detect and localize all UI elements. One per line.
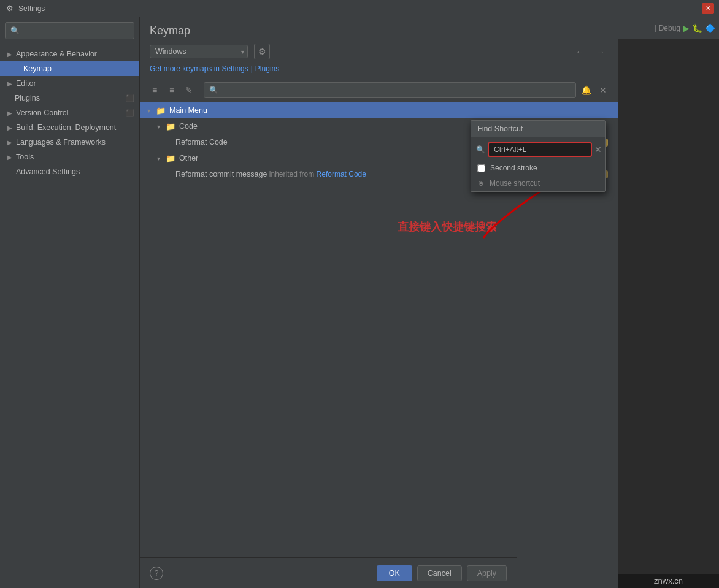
right-panel-toolbar: | Debug ▶ 🐛 🔷 bbox=[618, 17, 719, 39]
notification-button[interactable]: 🔔 bbox=[579, 83, 593, 97]
expand-icon: ▾ bbox=[157, 123, 166, 130]
folder-icon: 📁 bbox=[166, 122, 175, 131]
tree-search-box[interactable]: 🔍 bbox=[204, 82, 576, 98]
sidebar-item-label: Appearance & Behavior bbox=[16, 50, 97, 58]
debug-label: | Debug bbox=[655, 24, 680, 32]
bottom-bar: ? OK Cancel Apply bbox=[140, 557, 517, 588]
title-bar: ⚙ Settings ✕ bbox=[0, 0, 719, 17]
ok-button[interactable]: OK bbox=[377, 565, 412, 581]
search-icon: 🔍 bbox=[476, 145, 485, 154]
sidebar-item-label: Languages & Frameworks bbox=[16, 138, 106, 147]
sidebar-item-label: Tools bbox=[16, 153, 34, 161]
sidebar-item-advanced[interactable]: Advanced Settings bbox=[0, 164, 139, 179]
expand-icon: ▶ bbox=[7, 110, 13, 116]
folder-icon: 📁 bbox=[156, 106, 166, 115]
watermark: znwx.cn bbox=[618, 574, 719, 588]
run-icon[interactable]: ▶ bbox=[683, 23, 690, 33]
sidebar-item-version-control[interactable]: ▶ Version Control ⬛ bbox=[0, 105, 139, 120]
expand-icon: ▶ bbox=[7, 139, 13, 146]
window-title: Settings bbox=[18, 4, 698, 13]
sidebar-item-label: Editor bbox=[16, 79, 36, 88]
coverage-icon[interactable]: 🔷 bbox=[705, 23, 715, 33]
find-shortcut-input-row: 🔍 ✕ bbox=[471, 137, 605, 161]
clear-shortcut-button[interactable]: ✕ bbox=[594, 143, 602, 156]
search-icon: 🔍 bbox=[10, 26, 20, 35]
sidebar-item-plugins[interactable]: Plugins ⬛ bbox=[0, 91, 139, 105]
apply-button[interactable]: Apply bbox=[467, 565, 507, 581]
mouse-shortcut-option[interactable]: 🖱 Mouse shortcut bbox=[471, 175, 605, 191]
help-button[interactable]: ? bbox=[150, 567, 163, 580]
sidebar-item-label: Build, Execution, Deployment bbox=[16, 123, 116, 132]
keymap-controls: Windows Mac OS X Linux ▾ ⚙ ← → bbox=[150, 44, 608, 59]
expand-icon: ▾ bbox=[147, 107, 156, 114]
find-shortcut-title: Find Shortcut bbox=[471, 121, 605, 137]
content-header: Keymap Windows Mac OS X Linux ▾ ⚙ ← → Ge… bbox=[140, 17, 618, 78]
get-more-link[interactable]: Get more keymaps in Settings bbox=[150, 64, 248, 73]
right-panel-content bbox=[618, 39, 719, 588]
search-icon: 🔍 bbox=[209, 86, 218, 94]
keymap-links: Get more keymaps in Settings | Plugins bbox=[150, 64, 608, 73]
collapse-all-button[interactable]: ≡ bbox=[164, 83, 179, 97]
sidebar-item-label: Version Control bbox=[16, 109, 68, 117]
expand-icon: ▶ bbox=[7, 80, 13, 87]
forward-button[interactable]: → bbox=[593, 44, 608, 59]
sidebar-search-box[interactable]: 🔍 bbox=[5, 22, 134, 39]
settings-icon: ⚙ bbox=[5, 4, 15, 13]
schema-gear-button[interactable]: ⚙ bbox=[254, 44, 270, 59]
mouse-icon: 🖱 bbox=[477, 179, 485, 188]
vc-icon: ⬛ bbox=[126, 109, 134, 117]
cancel-button[interactable]: Cancel bbox=[417, 565, 462, 581]
content-area: Keymap Windows Mac OS X Linux ▾ ⚙ ← → Ge… bbox=[140, 17, 618, 588]
close-window-button[interactable]: ✕ bbox=[702, 3, 714, 14]
folder-icon: 📁 bbox=[166, 154, 175, 163]
find-shortcut-input[interactable] bbox=[488, 142, 592, 157]
back-button[interactable]: ← bbox=[572, 44, 587, 59]
sidebar-nav: ▶ Appearance & Behavior Keymap ▶ Editor … bbox=[0, 44, 139, 588]
second-stroke-label: Second stroke bbox=[490, 164, 537, 172]
inherited-link[interactable]: Reformat Code bbox=[317, 170, 366, 178]
close-search-button[interactable]: ✕ bbox=[596, 83, 610, 97]
sidebar-item-keymap[interactable]: Keymap bbox=[0, 61, 139, 76]
sidebar-item-label: Plugins bbox=[15, 94, 40, 102]
tree-toolbar: ≡ ≡ ✎ 🔍 🔔 ✕ bbox=[140, 78, 618, 102]
mouse-shortcut-label: Mouse shortcut bbox=[490, 179, 540, 188]
expand-icon: ▶ bbox=[7, 124, 13, 131]
second-stroke-checkbox[interactable] bbox=[477, 164, 485, 172]
sidebar-item-editor[interactable]: ▶ Editor bbox=[0, 76, 139, 91]
edit-shortcut-button[interactable]: ✎ bbox=[182, 83, 196, 97]
second-stroke-option[interactable]: Second stroke bbox=[471, 161, 605, 175]
debug-icon[interactable]: 🐛 bbox=[692, 23, 702, 33]
page-title: Keymap bbox=[150, 25, 608, 37]
expand-icon: ▶ bbox=[7, 154, 13, 161]
find-shortcut-popup: Find Shortcut 🔍 ✕ Second stroke 🖱 Mouse … bbox=[471, 120, 606, 192]
sidebar: 🔍 ▶ Appearance & Behavior Keymap ▶ Edito… bbox=[0, 17, 140, 588]
sidebar-item-label: Keymap bbox=[23, 64, 52, 73]
sidebar-item-tools[interactable]: ▶ Tools bbox=[0, 150, 139, 164]
plugins-icon: ⬛ bbox=[126, 94, 134, 102]
right-panel: | Debug ▶ 🐛 🔷 znwx.cn bbox=[618, 17, 719, 588]
sidebar-item-languages[interactable]: ▶ Languages & Frameworks bbox=[0, 135, 139, 150]
expand-all-button[interactable]: ≡ bbox=[147, 83, 162, 97]
expand-icon: ▶ bbox=[7, 51, 13, 58]
sidebar-item-build[interactable]: ▶ Build, Execution, Deployment bbox=[0, 120, 139, 135]
sidebar-item-appearance[interactable]: ▶ Appearance & Behavior bbox=[0, 47, 139, 61]
tree-item-label: Main Menu bbox=[169, 106, 610, 115]
schema-select[interactable]: Windows Mac OS X Linux bbox=[150, 45, 248, 58]
sidebar-item-label: Advanced Settings bbox=[16, 167, 80, 176]
schema-select-wrapper: Windows Mac OS X Linux ▾ bbox=[150, 45, 248, 58]
expand-icon: ▾ bbox=[157, 155, 166, 162]
main-layout: 🔍 ▶ Appearance & Behavior Keymap ▶ Edito… bbox=[0, 17, 719, 588]
tree-row[interactable]: ▾ 📁 Main Menu bbox=[140, 102, 618, 118]
plugins-link[interactable]: Plugins bbox=[255, 64, 279, 73]
